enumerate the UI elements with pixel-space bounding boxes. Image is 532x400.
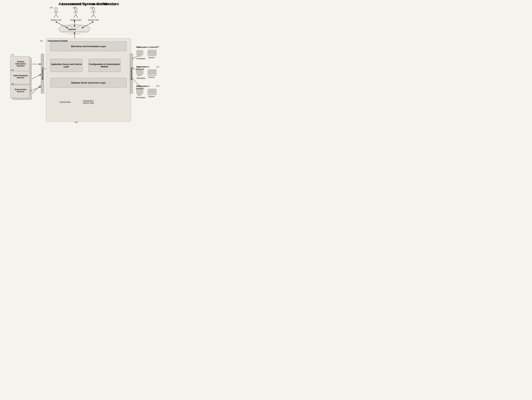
svg-rect-76 [148, 70, 156, 74]
svg-rect-68 [148, 54, 156, 55]
svg-rect-73 [136, 71, 143, 73]
state-standards-label: State Standards Sources [12, 74, 30, 79]
svg-rect-77 [148, 74, 156, 75]
diagram-title: Assessment System Architecture [0, 2, 177, 6]
svg-rect-71 [138, 75, 141, 75]
org2-school1-group: Organization 2School 1 Workstation Scann… [136, 85, 149, 90]
scanner-116-icon [147, 88, 157, 96]
num-107: 107 [40, 40, 43, 42]
svg-line-59 [94, 15, 95, 18]
scanner-114-icon [147, 49, 157, 57]
svg-rect-85 [148, 90, 156, 94]
svg-point-55 [92, 8, 95, 10]
svg-rect-81 [138, 95, 141, 95]
svg-line-21 [32, 85, 41, 93]
config-module-box: Configuration & Customization Module [89, 59, 120, 72]
svg-line-48 [54, 15, 56, 18]
svg-rect-62 [138, 55, 141, 56]
org1-school1-label: Organization 1 School 1 [136, 46, 158, 48]
svg-rect-83 [136, 92, 143, 93]
svg-rect-65 [136, 53, 143, 54]
num-113: 113 [11, 54, 14, 56]
system-user-110: System User [88, 7, 99, 21]
system-user-108: System User [51, 7, 62, 21]
svg-line-20 [32, 74, 41, 79]
workstation-118-icon [136, 69, 146, 78]
svg-line-9 [82, 23, 92, 28]
svg-point-50 [74, 8, 77, 10]
workstation-117-icon [136, 49, 146, 58]
svg-rect-74 [136, 73, 143, 74]
internet-label: Internet [68, 28, 76, 31]
svg-rect-64 [136, 52, 143, 53]
diagram: Assessment System Architecture [0, 0, 177, 133]
num-106: 106 [11, 83, 14, 85]
svg-line-58 [91, 15, 94, 18]
svg-rect-82 [136, 91, 143, 92]
svg-point-45 [55, 8, 57, 10]
shared-data-label: Shared Data [59, 101, 71, 103]
data-interfaces-right-bar: Data Interfaces [130, 54, 133, 93]
scanner-115-icon [147, 69, 157, 76]
student-info-label: Student Information Systems [12, 61, 30, 67]
svg-rect-72 [138, 75, 141, 76]
num-115: 115 [156, 66, 159, 68]
web-server-box: Web Server and Presentation Layer [50, 42, 127, 51]
svg-line-38 [30, 87, 41, 91]
svg-rect-63 [138, 56, 141, 56]
svg-line-54 [76, 15, 78, 18]
svg-rect-67 [148, 51, 156, 55]
svg-line-5 [57, 23, 68, 28]
org1-school2-group: Organization 1School 2 Workstation Scann… [136, 66, 149, 70]
data-interfaces-left-bar: Data Interfaces [41, 54, 44, 93]
svg-line-10 [82, 23, 92, 28]
num-105: 105 [11, 69, 14, 71]
svg-line-53 [74, 15, 76, 18]
db-server-box: Database Server and Access Layer [50, 78, 127, 87]
svg-rect-86 [148, 93, 156, 95]
svg-line-49 [56, 15, 58, 18]
num-116: 116 [156, 85, 159, 87]
org-specific-data-label: Organization-specific Data [80, 100, 97, 104]
external-item-label: External Item Sources [12, 88, 30, 92]
workstation-119-icon [136, 88, 146, 97]
app-server-box: Application Server and Control Layer [50, 59, 82, 72]
svg-point-2 [77, 25, 90, 33]
svg-rect-80 [138, 94, 141, 95]
system-user-109: System User [70, 7, 81, 21]
org1-school1-group: Organization 1 School 1 Workstation Scan… [136, 46, 158, 48]
svg-line-6 [57, 23, 68, 28]
